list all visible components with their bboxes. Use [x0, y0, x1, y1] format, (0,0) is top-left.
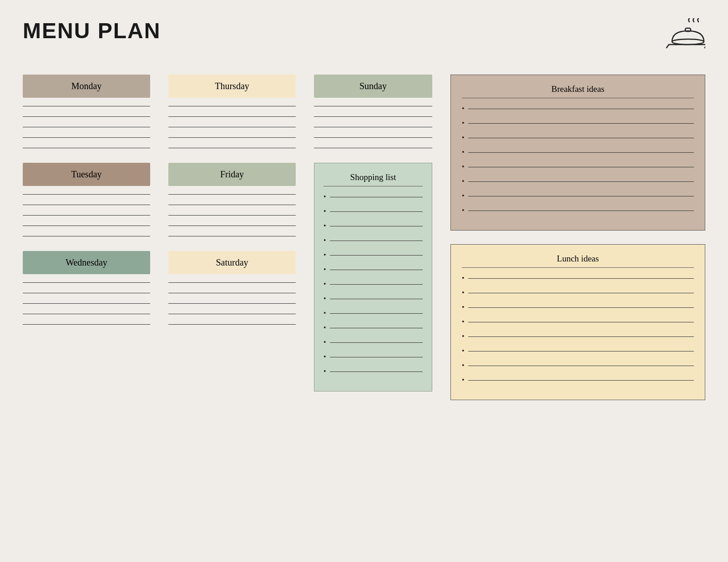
wednesday-line-5: [23, 324, 150, 325]
lunch-line-6: [468, 351, 694, 351]
thursday-line-3: [168, 127, 296, 127]
shopping-list: [324, 193, 423, 376]
breakfast-ideas-list: [462, 105, 694, 215]
shopping-item-13: [324, 367, 423, 376]
svg-point-0: [672, 39, 704, 45]
lunch-item-4: [462, 318, 694, 326]
shopping-line-6: [330, 270, 423, 270]
breakfast-item-2: [462, 119, 694, 127]
tuesday-line-2: [23, 205, 150, 205]
saturday-line-1: [168, 282, 296, 283]
sunday-line-2: [314, 116, 432, 117]
shopping-item-6: [324, 266, 423, 274]
shopping-line-8: [330, 299, 423, 299]
thursday-line-1: [168, 106, 296, 106]
breakfast-ideas-box: Breakfast ideas: [450, 75, 705, 231]
friday-line-2: [168, 205, 296, 205]
lunch-ideas-box: Lunch ideas: [450, 244, 705, 400]
monday-line-5: [23, 148, 150, 148]
shopping-line-7: [330, 284, 423, 285]
right-column: Breakfast ideas Lunch ideas: [450, 75, 705, 400]
shopping-line-3: [330, 226, 423, 226]
breakfast-item-3: [462, 134, 694, 142]
lunch-line-2: [468, 293, 694, 293]
saturday-lines: [168, 282, 296, 325]
column-3: Sunday Shopping list: [314, 75, 432, 391]
shopping-item-1: [324, 193, 423, 201]
shopping-line-5: [330, 255, 423, 256]
monday-line-1: [23, 106, 150, 106]
friday-label: Friday: [168, 163, 296, 186]
friday-section: Friday: [168, 163, 296, 236]
saturday-label: Saturday: [168, 251, 296, 274]
shopping-line-10: [330, 328, 423, 328]
breakfast-line-2: [468, 123, 694, 124]
tuesday-line-5: [23, 236, 150, 236]
breakfast-line-3: [468, 138, 694, 138]
column-2: Thursday Friday Saturday: [168, 75, 296, 339]
breakfast-line-7: [468, 196, 694, 196]
friday-lines: [168, 194, 296, 236]
breakfast-item-1: [462, 105, 694, 113]
tuesday-lines: [23, 194, 150, 236]
lunch-item-3: [462, 303, 694, 311]
lunch-ideas-list: [462, 274, 694, 384]
shopping-list-box: Shopping list: [314, 163, 432, 391]
shopping-line-4: [330, 241, 423, 241]
tuesday-line-3: [23, 215, 150, 216]
wednesday-lines: [23, 282, 150, 325]
sunday-section: Sunday: [314, 75, 432, 148]
wednesday-line-2: [23, 293, 150, 293]
monday-line-2: [23, 116, 150, 117]
breakfast-line-4: [468, 152, 694, 153]
monday-section: Monday: [23, 75, 150, 148]
tuesday-line-4: [23, 226, 150, 226]
friday-line-4: [168, 226, 296, 226]
saturday-line-2: [168, 293, 296, 293]
breakfast-ideas-title: Breakfast ideas: [462, 84, 694, 98]
thursday-line-4: [168, 137, 296, 138]
breakfast-item-8: [462, 206, 694, 215]
breakfast-item-5: [462, 163, 694, 171]
column-1: Monday Tuesday Wednesday: [23, 75, 150, 339]
shopping-item-10: [324, 324, 423, 332]
lunch-line-3: [468, 307, 694, 308]
monday-line-4: [23, 137, 150, 138]
page-title: MENU PLAN: [23, 18, 161, 43]
shopping-item-3: [324, 222, 423, 230]
tuesday-line-1: [23, 194, 150, 195]
sunday-line-3: [314, 127, 432, 127]
sunday-line-1: [314, 106, 432, 106]
breakfast-item-7: [462, 192, 694, 200]
wednesday-line-3: [23, 303, 150, 304]
monday-label: Monday: [23, 75, 150, 98]
saturday-line-3: [168, 303, 296, 304]
lunch-item-1: [462, 274, 694, 282]
lunch-item-6: [462, 347, 694, 355]
shopping-line-2: [330, 211, 423, 212]
breakfast-line-8: [468, 211, 694, 211]
page-header: MENU PLAN: [23, 18, 705, 56]
tuesday-label: Tuesday: [23, 163, 150, 186]
tuesday-section: Tuesday: [23, 163, 150, 236]
saturday-line-4: [168, 314, 296, 314]
friday-line-1: [168, 194, 296, 195]
shopping-item-7: [324, 280, 423, 288]
breakfast-line-6: [468, 181, 694, 182]
breakfast-line-5: [468, 167, 694, 167]
lunch-item-7: [462, 361, 694, 370]
friday-line-5: [168, 236, 296, 236]
sunday-line-5: [314, 148, 432, 148]
shopping-line-1: [330, 197, 423, 197]
sunday-label: Sunday: [314, 75, 432, 98]
thursday-section: Thursday: [168, 75, 296, 148]
lunch-line-8: [468, 380, 694, 381]
thursday-line-5: [168, 148, 296, 148]
lunch-line-1: [468, 278, 694, 279]
shopping-item-4: [324, 236, 423, 245]
shopping-item-2: [324, 207, 423, 216]
wednesday-section: Wednesday: [23, 251, 150, 325]
friday-line-3: [168, 215, 296, 216]
lunch-item-5: [462, 332, 694, 341]
monday-line-3: [23, 127, 150, 127]
